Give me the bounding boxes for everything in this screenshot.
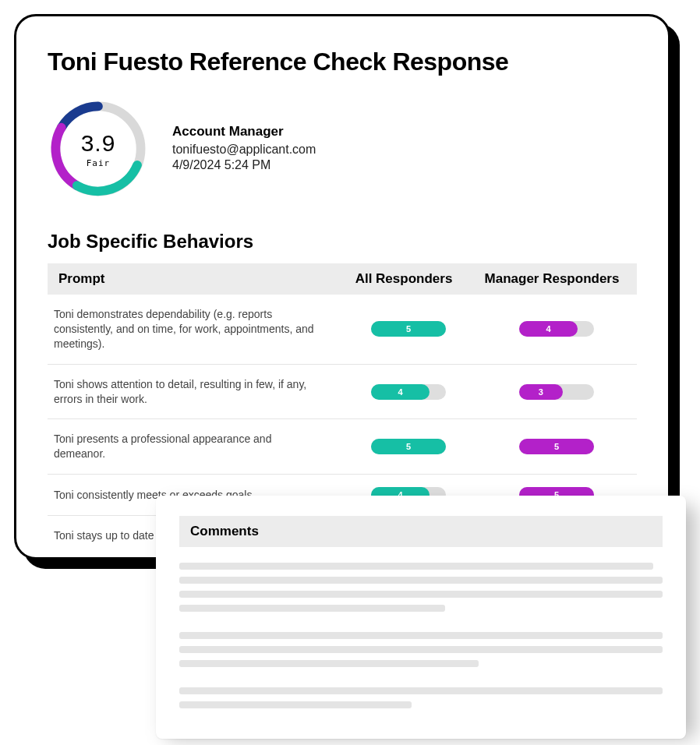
all-responders-cell: 4 — [334, 384, 483, 400]
comments-title: Comments — [179, 516, 663, 547]
email-label: tonifuesto@applicant.com — [172, 143, 316, 157]
datetime-label: 4/9/2024 5:24 PM — [172, 158, 316, 172]
manager-responders-pill: 4 — [519, 321, 594, 337]
prompt-text: Toni presents a professional appearance … — [54, 432, 334, 461]
manager-responders-cell: 5 — [483, 439, 631, 454]
table-row: Toni presents a professional appearance … — [48, 419, 637, 475]
col-header-all: All Responders — [330, 271, 478, 287]
all-responders-pill: 4 — [371, 384, 446, 400]
manager-responders-cell: 3 — [483, 384, 631, 400]
summary-row: 3.9 Fair Account Manager tonifuesto@appl… — [48, 98, 637, 199]
col-header-prompt: Prompt — [58, 271, 330, 287]
gauge-label: Fair — [87, 158, 111, 168]
manager-responders-pill: 3 — [519, 384, 594, 400]
prompt-text: Toni demonstrates dependability (e.g. re… — [54, 307, 334, 351]
page-title: Toni Fuesto Reference Check Response — [48, 48, 637, 76]
manager-responders-value: 4 — [519, 321, 578, 337]
all-responders-cell: 5 — [334, 439, 483, 454]
score-gauge: 3.9 Fair — [48, 98, 149, 199]
all-responders-value: 5 — [371, 321, 446, 337]
report-card: Toni Fuesto Reference Check Response 3.9… — [14, 14, 670, 560]
table-row: Toni demonstrates dependability (e.g. re… — [48, 295, 637, 365]
manager-responders-value: 5 — [519, 439, 594, 454]
comment-placeholder — [179, 563, 663, 612]
all-responders-cell: 5 — [334, 321, 483, 337]
comment-placeholder — [179, 632, 663, 667]
table-row: Toni shows attention to detail, resultin… — [48, 365, 637, 420]
comments-card: Comments — [156, 496, 686, 739]
all-responders-pill: 5 — [371, 321, 446, 337]
manager-responders-pill: 5 — [519, 439, 594, 454]
summary-meta: Account Manager tonifuesto@applicant.com… — [172, 124, 316, 174]
all-responders-value: 5 — [371, 439, 446, 454]
gauge-score: 3.9 — [81, 130, 116, 157]
table-header: Prompt All Responders Manager Responders — [48, 263, 637, 295]
section-title: Job Specific Behaviors — [48, 231, 637, 252]
prompt-text: Toni shows attention to detail, resultin… — [54, 377, 334, 407]
role-label: Account Manager — [172, 124, 316, 139]
manager-responders-value: 3 — [519, 384, 563, 400]
all-responders-value: 4 — [371, 384, 430, 400]
col-header-mgr: Manager Responders — [478, 271, 626, 287]
comment-placeholder — [179, 687, 663, 708]
manager-responders-cell: 4 — [483, 321, 631, 337]
all-responders-pill: 5 — [371, 439, 446, 454]
